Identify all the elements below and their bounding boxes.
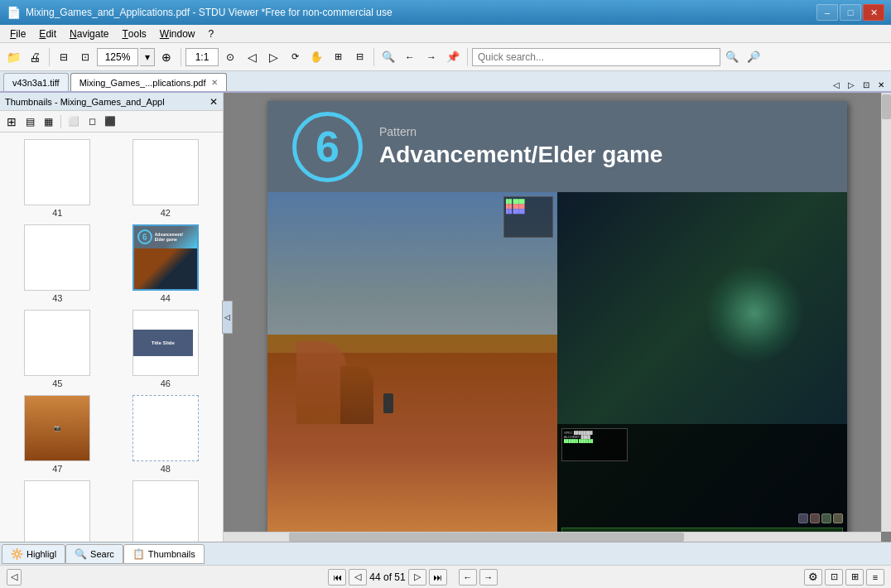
thumb-item-42[interactable]: 42: [115, 139, 217, 218]
thumb-preview-43: [24, 224, 90, 291]
sidebar-collapse-btn[interactable]: ◁: [222, 301, 233, 334]
search-next-btn[interactable]: 🔎: [744, 47, 763, 67]
thumb-item-46[interactable]: Title Slide 46: [115, 310, 217, 388]
thumb-list-btn[interactable]: ▤: [22, 113, 38, 130]
back-history-btn[interactable]: ←: [459, 569, 477, 586]
thumb-item-47[interactable]: 📷 47: [7, 395, 108, 474]
last-page-btn[interactable]: ⏭: [429, 569, 447, 586]
stats-panel: SPEC ████████ ALCHEMY ████ ██████ ██████: [561, 428, 628, 461]
thumb-grid-btn[interactable]: ⊞: [3, 113, 20, 130]
tab-search[interactable]: 🔍 Searc: [65, 544, 123, 564]
app-icon: 📄: [7, 6, 21, 19]
tab-tiff[interactable]: v43n3a1.tiff: [3, 73, 69, 91]
minimize-button[interactable]: –: [816, 4, 838, 21]
next-page-nav-btn[interactable]: ▷: [408, 569, 426, 586]
close-button[interactable]: ✕: [863, 4, 884, 21]
pattern-number: 6: [315, 125, 340, 168]
menu-edit[interactable]: Edit: [32, 25, 63, 42]
scrollbar-thumb-h[interactable]: [289, 533, 683, 542]
thumb-item-49[interactable]: 49: [7, 480, 108, 542]
thumb-size-down-btn[interactable]: ◻: [84, 113, 100, 130]
tab-close-all-btn[interactable]: ✕: [874, 78, 888, 91]
page-number-input[interactable]: 1:1: [185, 48, 219, 66]
maximize-button[interactable]: □: [840, 4, 861, 21]
sidebar-toggle-btn[interactable]: ◁: [7, 569, 22, 586]
menu-tools[interactable]: Tools: [115, 25, 152, 42]
tab-menu-btn[interactable]: ⊡: [860, 78, 873, 91]
single-page-btn[interactable]: ⊡: [825, 569, 843, 586]
thumb-wrap-btn[interactable]: ⬛: [102, 113, 118, 130]
tab-pdf[interactable]: Mixing_Games_...plications.pdf ✕: [70, 73, 227, 91]
fwd-history-btn[interactable]: →: [479, 569, 498, 586]
menu-window[interactable]: Window: [153, 25, 202, 42]
hand-tool-btn[interactable]: ✋: [306, 47, 326, 67]
sidebar-title: Thumbnails - Mixing_Games_and_Appl: [5, 97, 206, 107]
thumb-num-48: 48: [161, 464, 171, 474]
print-btn[interactable]: 🖨: [25, 47, 45, 67]
bottom-tab-bar: 🔆 Highligl 🔍 Searc 📋 Thumbnails: [0, 542, 891, 565]
search-tab-icon: 🔍: [75, 548, 87, 560]
thumb-toolbar: ⊞ ▤ ▦ ⬜ ◻ ⬛: [0, 111, 223, 133]
action-slot: [810, 513, 820, 523]
sidebar-panel: Thumbnails - Mixing_Games_and_Appl ✕ ⊞ ▤…: [0, 93, 224, 542]
tab-nav: ◁ ▷ ⊡ ✕: [830, 78, 888, 91]
terrain-bg: ██ ████ ██ ████ ██ ████: [267, 192, 557, 542]
tab-prev-btn[interactable]: ◁: [830, 78, 843, 91]
prev-page-btn[interactable]: ◁: [242, 47, 262, 67]
prev-page-nav-btn[interactable]: ◁: [349, 569, 367, 586]
thumb-scroll-area[interactable]: 41 42: [0, 133, 223, 542]
thumbnail-grid: 41 42: [7, 139, 216, 542]
bookmark-fwd-btn[interactable]: →: [421, 47, 441, 67]
tab-thumbnails[interactable]: 📋 Thumbnails: [123, 544, 205, 564]
select2-btn[interactable]: ⊟: [349, 47, 369, 67]
tab-next-btn[interactable]: ▷: [845, 78, 858, 91]
menu-file[interactable]: File: [3, 25, 32, 42]
thumb-item-48[interactable]: 48: [115, 395, 217, 474]
thumb-item-41[interactable]: 41: [7, 139, 108, 218]
marker-btn[interactable]: 📌: [443, 47, 463, 67]
title-bar: 📄 Mixing_Games_and_Applications.pdf - ST…: [0, 0, 891, 25]
thumb-preview-50: [132, 480, 199, 542]
thumb-detail-btn[interactable]: ▦: [40, 113, 56, 130]
zoom-input[interactable]: 125%: [97, 48, 138, 66]
action-bar: [798, 513, 843, 523]
zoom-in-btn[interactable]: ⊕: [157, 47, 176, 67]
thumb-num-41: 41: [52, 208, 62, 218]
first-page-btn[interactable]: ⏮: [328, 569, 346, 586]
scroll-btn[interactable]: ≡: [866, 569, 884, 586]
sidebar-header: Thumbnails - Mixing_Games_and_Appl ✕: [0, 93, 223, 111]
zoom-out-btn[interactable]: ⊟: [54, 47, 74, 67]
tab-pdf-close[interactable]: ✕: [211, 78, 218, 87]
settings-btn[interactable]: ⚙: [804, 569, 822, 586]
thumb-size-up-btn[interactable]: ⬜: [65, 113, 82, 130]
horizontal-scrollbar[interactable]: [224, 532, 881, 542]
thumb-item-44[interactable]: 6 Advancement/Elder game 44: [115, 224, 217, 303]
thumb-item-43[interactable]: 43: [7, 224, 108, 303]
sidebar-close-btn[interactable]: ✕: [210, 96, 218, 108]
thumb-item-50[interactable]: 50: [115, 480, 217, 542]
page-nav-btn[interactable]: ⊙: [220, 47, 240, 67]
zoom-dropdown[interactable]: ▾: [140, 48, 155, 66]
next-page-btn[interactable]: ▷: [263, 47, 283, 67]
thumb-preview-41: [24, 139, 90, 205]
pdf-viewer-area[interactable]: 6 Pattern Advancement/Elder game: [224, 93, 891, 542]
menu-help[interactable]: ?: [201, 25, 220, 42]
scrollbar-thumb-v[interactable]: [882, 94, 891, 119]
search-input[interactable]: [472, 48, 720, 66]
tab-highlights[interactable]: 🔆 Highligl: [2, 544, 65, 564]
two-page-btn[interactable]: ⊞: [845, 569, 864, 586]
thumbnail-tab-icon: 📋: [132, 548, 145, 560]
fit-width-btn[interactable]: ⊡: [75, 47, 95, 67]
stat-3: ██████ ██████: [564, 439, 625, 443]
find-btn[interactable]: 🔍: [378, 47, 398, 67]
thumb-preview-46: Title Slide: [132, 310, 199, 376]
rotate-btn[interactable]: ⟳: [285, 47, 305, 67]
open-folder-btn[interactable]: 📁: [3, 47, 23, 67]
vertical-scrollbar[interactable]: [881, 93, 891, 532]
search-prev-btn[interactable]: 🔍: [722, 47, 742, 67]
thumb-item-45[interactable]: 45: [7, 310, 108, 388]
bookmark-back-btn[interactable]: ←: [400, 47, 420, 67]
magic-glow: [705, 263, 804, 363]
select-btn[interactable]: ⊞: [328, 47, 348, 67]
menu-navigate[interactable]: Navigate: [63, 25, 115, 42]
